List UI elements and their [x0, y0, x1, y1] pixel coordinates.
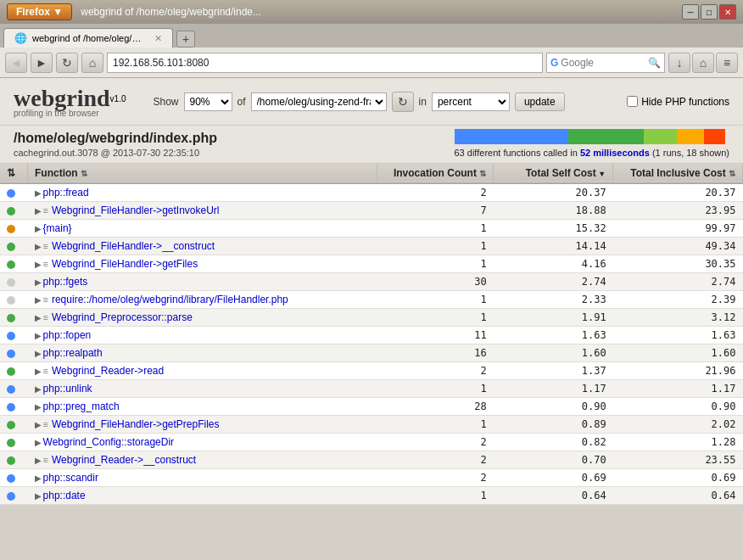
refresh-icon[interactable]: ↻	[392, 92, 414, 112]
back-button[interactable]: ◄	[5, 53, 27, 73]
function-name[interactable]: php::realpath	[43, 347, 103, 359]
function-name[interactable]: Webgrind_Reader->__construct	[52, 454, 196, 466]
file-select[interactable]: /home/oleg/using-zend-frame▼	[251, 92, 387, 111]
in-label: in	[419, 96, 427, 108]
hide-php-checkbox-label[interactable]: Hide PHP functions	[627, 96, 729, 108]
dot-cell	[0, 183, 28, 202]
function-name[interactable]: Webgrind_FileHandler->getFiles	[52, 258, 198, 270]
function-name[interactable]: Webgrind_FileHandler->__construct	[52, 240, 215, 252]
function-name[interactable]: require::/home/oleg/webgrind/library/Fil…	[52, 294, 288, 305]
expand-arrow-icon[interactable]: ▶	[35, 206, 42, 216]
expand-arrow-icon[interactable]: ▶	[35, 456, 42, 465]
table-row: ▶≡Webgrind_FileHandler->getInvokeUrl718.…	[0, 202, 743, 220]
col-dot[interactable]: ⇅	[0, 164, 28, 183]
function-name[interactable]: Webgrind_Preprocessor::parse	[52, 311, 193, 323]
dot-cell	[0, 220, 28, 238]
self-cost: 0.70	[494, 451, 613, 469]
expand-arrow-icon[interactable]: ▶	[35, 188, 42, 198]
file-icon[interactable]: ≡	[43, 455, 48, 465]
expand-arrow-icon[interactable]: ▶	[35, 473, 42, 483]
file-icon[interactable]: ≡	[43, 312, 48, 322]
expand-arrow-icon[interactable]: ▶	[35, 295, 42, 305]
function-name[interactable]: php::fopen	[43, 329, 92, 341]
file-icon[interactable]: ≡	[43, 241, 48, 251]
expand-arrow-icon[interactable]: ▶	[35, 367, 42, 376]
expand-arrow-icon[interactable]: ▶	[35, 420, 42, 429]
table-row: ▶php::fread220.3720.37	[0, 183, 743, 202]
col-function[interactable]: Function ⇅	[28, 164, 377, 183]
show-label: Show	[153, 96, 178, 108]
invocation-count: 1	[377, 291, 494, 309]
window-title: webgrind of /home/oleg/webgrind/inde...	[81, 6, 261, 18]
file-icon[interactable]: ≡	[43, 259, 48, 269]
table-row: ▶{main}115.3299.97	[0, 220, 743, 238]
expand-arrow-icon[interactable]: ▶	[35, 242, 42, 251]
function-name[interactable]: Webgrind_Config::storageDir	[43, 436, 175, 448]
status-dot	[7, 225, 15, 233]
maximize-button[interactable]: □	[701, 4, 718, 20]
percent-select[interactable]: 90% 80% 100%	[184, 92, 232, 111]
col-self-cost[interactable]: Total Self Cost	[494, 164, 613, 183]
function-name[interactable]: Webgrind_FileHandler->getPrepFiles	[52, 418, 220, 430]
col-inclusive-cost[interactable]: Total Inclusive Cost ⇅	[613, 164, 743, 183]
search-input[interactable]	[561, 57, 645, 69]
dot-cell	[0, 487, 28, 505]
performance-bar	[455, 129, 726, 144]
function-name[interactable]: php::preg_match	[43, 400, 120, 412]
format-select[interactable]: percent milliseconds	[432, 92, 510, 111]
file-icon[interactable]: ≡	[43, 366, 48, 376]
download-button[interactable]: ↓	[668, 53, 690, 73]
function-name[interactable]: Webgrind_FileHandler->getInvokeUrl	[52, 204, 220, 216]
status-dot	[7, 439, 15, 447]
new-tab-button[interactable]: +	[176, 31, 195, 48]
home-button2[interactable]: ⌂	[692, 53, 714, 73]
search-submit-icon[interactable]: 🔍	[648, 57, 661, 69]
home-button[interactable]: ⌂	[81, 53, 103, 73]
col-invocation[interactable]: Invocation Count ⇅	[377, 164, 494, 183]
app-subtitle: profiling in the browser	[14, 109, 126, 118]
perf-seg-4	[677, 129, 704, 144]
expand-arrow-icon[interactable]: ▶	[35, 313, 42, 322]
invocation-count: 1	[377, 309, 494, 327]
tab-close-icon[interactable]: ✕	[154, 33, 162, 44]
table-scroll-area[interactable]: ⇅ Function ⇅ Invocation Count ⇅ Total Se…	[0, 164, 743, 560]
function-name[interactable]: php::fread	[43, 187, 89, 199]
expand-arrow-icon[interactable]: ▶	[35, 331, 42, 340]
status-dot	[7, 243, 15, 251]
expand-arrow-icon[interactable]: ▶	[35, 277, 42, 287]
file-icon[interactable]: ≡	[43, 294, 48, 305]
settings-button[interactable]: ≡	[716, 53, 738, 73]
minimize-button[interactable]: ─	[682, 4, 699, 20]
expand-arrow-icon[interactable]: ▶	[35, 349, 42, 358]
forward-button[interactable]: ►	[31, 53, 53, 73]
function-name[interactable]: {main}	[43, 222, 72, 234]
file-icon[interactable]: ≡	[43, 419, 48, 429]
function-cell: ▶php::unlink	[28, 380, 377, 398]
invocation-count: 1	[377, 220, 494, 238]
inclusive-cost: 1.63	[613, 327, 743, 344]
functions-table: ⇅ Function ⇅ Invocation Count ⇅ Total Se…	[0, 164, 743, 505]
expand-arrow-icon[interactable]: ▶	[35, 260, 42, 269]
function-name[interactable]: Webgrind_Reader->read	[52, 365, 164, 377]
self-cost: 18.88	[494, 202, 613, 220]
firefox-menu-button[interactable]: Firefox ▼	[7, 3, 72, 20]
update-button[interactable]: update	[515, 92, 565, 111]
status-dot	[7, 332, 15, 340]
expand-arrow-icon[interactable]: ▶	[35, 224, 42, 233]
invocation-count: 7	[377, 202, 494, 220]
function-cell: ▶php::scandir	[28, 469, 377, 487]
function-name[interactable]: php::date	[43, 490, 86, 501]
browser-tab[interactable]: 🌐 webgrind of /home/oleg/webgrind/inde..…	[3, 28, 173, 48]
expand-arrow-icon[interactable]: ▶	[35, 491, 42, 501]
reload-button[interactable]: ↻	[56, 53, 78, 73]
hide-php-checkbox[interactable]	[627, 96, 638, 107]
invocation-count: 2	[377, 434, 494, 451]
function-name[interactable]: php::fgets	[43, 276, 88, 288]
file-icon[interactable]: ≡	[43, 205, 48, 216]
function-name[interactable]: php::unlink	[43, 383, 92, 395]
expand-arrow-icon[interactable]: ▶	[35, 384, 42, 394]
expand-arrow-icon[interactable]: ▶	[35, 402, 42, 412]
close-button[interactable]: ✕	[719, 4, 736, 20]
function-name[interactable]: php::scandir	[43, 472, 98, 484]
expand-arrow-icon[interactable]: ▶	[35, 438, 42, 447]
